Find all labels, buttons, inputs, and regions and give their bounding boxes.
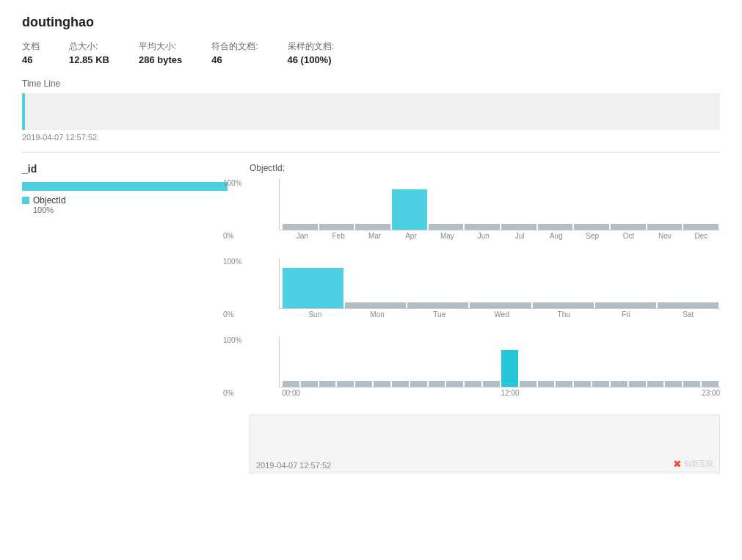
hourly-bar-rect [392, 381, 409, 387]
hourly-bar-rect [301, 381, 318, 387]
hourly-y-bottom: 0% [223, 389, 242, 397]
timeline-label: Time Line [22, 79, 720, 89]
hourly-bar-col [446, 381, 463, 387]
hourly-x-label [574, 388, 591, 397]
hourly-bar-col [429, 381, 445, 387]
weekly-bar-col [345, 302, 406, 308]
hourly-x-label [465, 388, 481, 397]
stat-matching-label: 符合的文档: [211, 40, 258, 53]
monthly-x-label: Jan [285, 230, 319, 240]
monthly-bar-col [501, 224, 537, 230]
field-bar-container: ObjectId 100% [22, 182, 228, 214]
hourly-bar-col [319, 381, 336, 387]
hourly-x-label [611, 388, 628, 397]
hourly-bar-rect [410, 381, 427, 387]
weekly-bar-rect [407, 302, 468, 308]
hourly-bar-col [465, 381, 481, 387]
weekly-y-bottom: 0% [223, 310, 242, 319]
weekly-x-labels: SunMonTueWedThuFriSat [282, 309, 720, 319]
hourly-x-label [537, 388, 554, 397]
monthly-chart-title: ObjectId: [250, 163, 720, 173]
mini-timeline: 2019-04-07 12:57:52 ✖ 创新互联 [250, 415, 720, 473]
stat-total-size-value: 12.85 KB [69, 54, 109, 65]
weekly-bar-rect [533, 302, 594, 308]
monthly-bar-col [538, 224, 573, 230]
weekly-x-label: Tue [409, 309, 470, 319]
hourly-bar-rect [446, 381, 463, 387]
monthly-x-label: Mar [357, 230, 392, 240]
hourly-bar-col [355, 381, 372, 387]
hourly-bar-col [337, 381, 354, 387]
stat-sampled-value: 46 (100%) [288, 54, 334, 65]
hourly-x-label [319, 388, 335, 397]
hourly-bar-chart: 100% 0% 00:0012:0023:00 [250, 336, 720, 397]
hourly-bar-col [483, 381, 500, 387]
legend-color-box [22, 197, 29, 204]
hourly-x-label [428, 388, 445, 397]
monthly-x-label: Oct [611, 230, 646, 240]
hourly-bar-rect [629, 381, 646, 387]
weekly-bar-col [658, 302, 719, 308]
monthly-bar-col [647, 224, 683, 230]
hourly-bar-rect [319, 381, 336, 387]
hourly-bar-rect [520, 381, 537, 387]
stat-matching-value: 46 [211, 54, 258, 65]
monthly-bar-rect [392, 189, 427, 230]
field-bar-track [22, 182, 228, 191]
hourly-bar-col [665, 381, 682, 387]
weekly-bar-rect [283, 268, 343, 308]
monthly-y-bottom: 0% [223, 232, 242, 240]
weekly-bar-col [283, 268, 343, 308]
weekly-bar-col [533, 302, 594, 308]
hourly-bar-col [683, 381, 700, 387]
hourly-bar-col [592, 381, 609, 387]
stat-total-size-label: 总大小: [69, 40, 109, 53]
hourly-x-label [446, 388, 463, 397]
weekly-x-label: Sun [285, 309, 346, 319]
monthly-x-label: Nov [647, 230, 682, 240]
hourly-x-label [391, 388, 408, 397]
weekly-x-label: Fri [596, 309, 657, 319]
monthly-bar-rect [319, 224, 354, 230]
monthly-bar-rect [355, 224, 390, 230]
monthly-bar-col [465, 224, 500, 230]
hourly-x-label [592, 388, 609, 397]
field-left: _id ObjectId 100% [22, 163, 228, 473]
monthly-bar-rect [683, 224, 719, 230]
monthly-bar-col [319, 224, 354, 230]
hourly-bar-area [279, 336, 720, 388]
stat-sampled-label: 采样的文档: [288, 40, 334, 53]
weekly-bar-area [279, 258, 720, 309]
weekly-bar-rect [345, 302, 406, 308]
stat-docs-label: 文档 [22, 40, 40, 53]
stat-total-size: 总大小: 12.85 KB [69, 40, 109, 65]
hourly-x-label [300, 388, 317, 397]
hourly-x-label [337, 388, 354, 397]
monthly-x-label: Jul [503, 230, 537, 240]
hourly-bar-rect [683, 381, 700, 387]
monthly-bar-col [392, 189, 427, 230]
hourly-bar-col [501, 350, 518, 387]
hourly-bar-rect [355, 381, 372, 387]
field-right: ObjectId: 100% 0% JanFebMarAprMayJunJulA… [250, 163, 720, 473]
hourly-bar-col [556, 381, 572, 387]
hourly-x-label: 12:00 [501, 388, 518, 397]
weekly-bar-col [595, 302, 656, 308]
timeline-date: 2019-04-07 12:57:52 [22, 133, 720, 142]
hourly-bar-col [538, 381, 555, 387]
field-section: _id ObjectId 100% ObjectId: 100% 0% [22, 163, 720, 473]
hourly-bar-rect [665, 381, 682, 387]
hourly-bar-col [647, 381, 664, 387]
hourly-bar-rect [501, 350, 518, 387]
weekly-x-label: Mon [347, 309, 408, 319]
weekly-x-label: Wed [471, 309, 532, 319]
monthly-bar-col [283, 224, 318, 230]
stat-docs-value: 46 [22, 54, 40, 65]
monthly-bar-rect [574, 224, 609, 230]
weekly-y-labels: 100% 0% [223, 258, 242, 319]
stat-docs: 文档 46 [22, 40, 40, 65]
divider [22, 152, 720, 153]
hourly-x-label [410, 388, 426, 397]
stat-sampled: 采样的文档: 46 (100%) [288, 40, 334, 65]
monthly-x-label: Sep [575, 230, 609, 240]
